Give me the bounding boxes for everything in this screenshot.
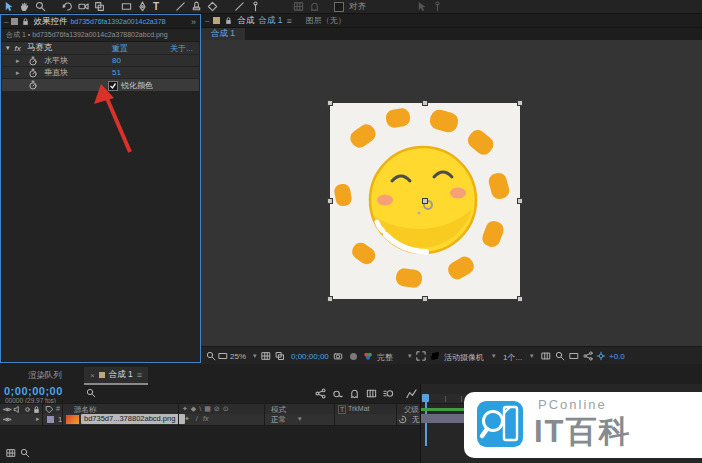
stopwatch-icon[interactable] xyxy=(28,68,38,78)
property-value[interactable]: 80 xyxy=(112,56,121,65)
close-tab-icon[interactable]: × xyxy=(90,371,95,380)
layer-visibility-icon[interactable] xyxy=(3,415,12,424)
property-row-horizontal-blocks[interactable]: ▸ 水平块 80 xyxy=(2,55,199,66)
stopwatch-icon[interactable] xyxy=(28,80,38,90)
lock-icon[interactable] xyxy=(21,17,30,26)
extra-tool-icon[interactable] xyxy=(432,1,443,12)
timeline-zoom-icon[interactable] xyxy=(20,448,30,458)
motion-blur-icon[interactable] xyxy=(383,388,394,399)
property-value[interactable]: 51 xyxy=(112,68,121,77)
view-layout-dropdown[interactable]: 1个... xyxy=(503,352,522,363)
toggle-switches-modes-icon[interactable] xyxy=(6,448,16,458)
flowchart-button-icon[interactable] xyxy=(583,351,593,361)
twirl-right-icon[interactable]: ▸ xyxy=(16,69,20,77)
trkmat-column-header[interactable]: TrkMat xyxy=(348,405,370,412)
hide-shy-layers-icon[interactable] xyxy=(349,388,360,399)
selection-handle[interactable] xyxy=(327,198,333,204)
effect-target-filename[interactable]: bd735d76fa1392a0014c2a378802abcd.p xyxy=(70,18,166,25)
mask-visibility-icon[interactable] xyxy=(275,351,285,361)
playhead-handle[interactable] xyxy=(422,394,429,402)
brush-tool-icon[interactable] xyxy=(175,1,186,12)
render-queue-tab[interactable]: 渲染队列 xyxy=(28,370,62,382)
work-area-bar[interactable] xyxy=(421,408,465,411)
selection-handle[interactable] xyxy=(327,100,333,106)
eye-column-icon[interactable] xyxy=(3,405,12,414)
type-tool-icon[interactable]: T xyxy=(153,1,159,12)
effect-header-row[interactable]: ▾ fx 马赛克 重置 关于... xyxy=(2,42,199,54)
layer-row[interactable]: ▸ 1 bd735d7...378802abcd.png ✦ / fx 正常 ▾… xyxy=(0,414,420,426)
mini-flowchart-icon[interactable] xyxy=(315,388,326,399)
graph-editor-icon[interactable] xyxy=(406,388,417,399)
anchor-point-handle[interactable] xyxy=(422,198,428,204)
composition-viewer[interactable] xyxy=(201,40,702,346)
exposure-icon[interactable] xyxy=(596,351,606,361)
twirl-right-icon[interactable]: ▸ xyxy=(16,57,20,65)
timeline-search-icon[interactable] xyxy=(86,388,96,398)
magnification-icon[interactable] xyxy=(218,351,228,361)
pickwhip-icon[interactable] xyxy=(398,415,407,424)
layer-switches[interactable]: ✦ / xyxy=(184,415,200,423)
show-channels-icon[interactable] xyxy=(363,351,373,361)
lock-icon[interactable] xyxy=(224,16,233,25)
transparency-grid-icon[interactable] xyxy=(430,351,440,361)
selection-handle[interactable] xyxy=(327,296,333,302)
timeline-button-icon[interactable] xyxy=(569,351,579,361)
dropdown-arrow-icon[interactable]: ▾ xyxy=(253,352,257,360)
timeline-current-time[interactable]: 0;00;00;00 xyxy=(4,385,63,397)
panel-menu-icon[interactable]: ≡ xyxy=(287,16,292,26)
panel-menu-icon[interactable]: ≡ xyxy=(137,370,142,380)
grid-guides-icon[interactable] xyxy=(261,351,271,361)
layer-mode-dropdown[interactable]: 正常 xyxy=(271,415,286,425)
effect-controls-tab-label[interactable]: 效果控件 xyxy=(33,16,67,28)
fast-previews-icon[interactable] xyxy=(555,351,565,361)
pixel-aspect-icon[interactable] xyxy=(541,351,551,361)
selection-handle[interactable] xyxy=(422,100,428,106)
trkmat-t-icon[interactable]: T xyxy=(338,405,346,414)
pan-behind-tool-icon[interactable] xyxy=(94,1,105,12)
roto-brush-tool-icon[interactable] xyxy=(234,1,245,12)
eraser-tool-icon[interactable] xyxy=(207,1,218,12)
clone-stamp-tool-icon[interactable] xyxy=(191,1,202,12)
rotation-tool-icon[interactable] xyxy=(62,1,73,12)
label-column-icon[interactable] xyxy=(45,405,54,414)
selection-tool-icon[interactable] xyxy=(3,1,14,12)
mask-pin-icon[interactable] xyxy=(416,1,427,12)
draft-3d-icon[interactable] xyxy=(332,388,343,399)
layer-duration-bar[interactable] xyxy=(421,414,465,423)
exposure-value[interactable]: +0.0 xyxy=(609,352,625,361)
dropdown-arrow-icon[interactable]: ▾ xyxy=(408,352,412,360)
twirl-down-icon[interactable]: ▾ xyxy=(2,44,10,52)
zoom-level-dropdown[interactable]: 25% xyxy=(230,352,246,361)
layer-parent-dropdown[interactable]: 无 xyxy=(412,415,420,425)
tab-overflow-icon[interactable]: » xyxy=(191,17,196,27)
zoom-tool-icon[interactable] xyxy=(35,1,46,12)
timeline-comp-tab[interactable]: × 合成 1 ≡ xyxy=(84,367,148,385)
dropdown-arrow-icon[interactable]: ▾ xyxy=(530,352,534,360)
layer-label-color[interactable] xyxy=(47,416,54,423)
camera-tool-icon[interactable] xyxy=(78,1,89,12)
selection-handle[interactable] xyxy=(422,296,428,302)
effect-reset-button[interactable]: 重置 xyxy=(112,43,128,54)
lock-column-icon[interactable] xyxy=(32,405,41,414)
index-column-header[interactable]: # xyxy=(56,405,60,412)
pen-tool-icon[interactable] xyxy=(137,1,148,12)
hand-tool-icon[interactable] xyxy=(19,1,30,12)
selection-handle[interactable] xyxy=(517,198,523,204)
resolution-dropdown[interactable]: 完整 xyxy=(377,352,393,363)
layer-panel-tab[interactable]: 图层（无） xyxy=(306,15,346,26)
puppet-pin-tool-icon[interactable] xyxy=(250,1,261,12)
view-camera-dropdown[interactable]: 活动摄像机 xyxy=(444,352,484,363)
dropdown-arrow-icon[interactable]: ▾ xyxy=(298,415,302,423)
composition-panel-label[interactable]: 合成 xyxy=(237,15,254,27)
selection-handle[interactable] xyxy=(517,296,523,302)
audio-column-icon[interactable] xyxy=(13,405,22,414)
layer-source-name[interactable]: bd735d7...378802abcd.png xyxy=(81,414,185,424)
property-row-vertical-blocks[interactable]: ▸ 垂直块 51 xyxy=(2,67,199,78)
stopwatch-icon[interactable] xyxy=(28,56,38,66)
layer-twirl-icon[interactable]: ▸ xyxy=(36,415,40,423)
composition-tab-name[interactable]: 合成 1 xyxy=(258,15,282,27)
effect-about-link[interactable]: 关于... xyxy=(170,43,193,54)
selection-handle[interactable] xyxy=(517,100,523,106)
align-checkbox[interactable] xyxy=(334,2,344,12)
always-preview-icon[interactable] xyxy=(206,351,216,361)
